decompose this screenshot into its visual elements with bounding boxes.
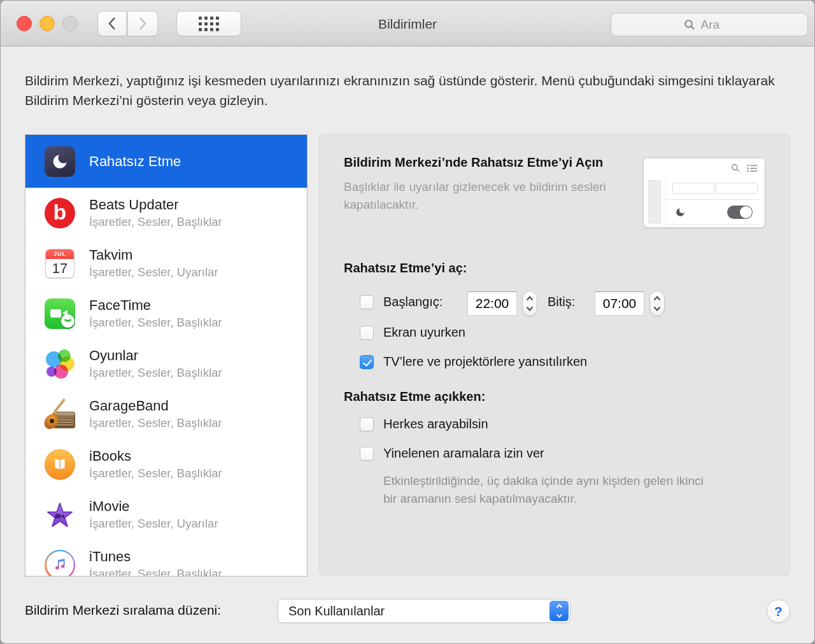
ibooks-icon [45,449,75,480]
game-center-icon [45,349,75,379]
list-icon [747,164,758,172]
list-item-label: Beats Updater [89,196,222,213]
list-item-details: İşaretler, Sesler, Başlıklar [89,365,222,381]
everyone-call-checkbox[interactable] [360,417,374,431]
sort-order-label: Bildirim Merkezi sıralama düzeni: [25,603,221,618]
facetime-icon [45,298,75,329]
preview-main [665,178,760,227]
list-item-beats-updater[interactable]: b Beats Updater İşaretler, Sesler, Başlı… [25,188,307,238]
list-item-details: İşaretler, Sesler, Başlıklar [89,315,222,330]
list-item-details: İşaretler, Sesler, Başlıklar [89,466,222,481]
list-item-label: iTunes [89,548,222,565]
preview-sidebar [648,180,661,223]
start-time-input[interactable] [467,291,517,316]
start-label: Başlangıç: [383,295,443,309]
list-item-oyunlar[interactable]: Oyunlar İşaretler, Sesler, Başlıklar [25,339,307,389]
moon-icon [45,146,75,177]
itunes-icon [45,550,75,577]
list-item-label: Takvim [89,246,218,263]
everyone-call-label: Herkes arayabilsin [383,417,488,431]
repeated-calls-note: Etkinleştirildiğinde, üç dakika içinde a… [383,472,718,508]
list-item-itunes[interactable]: iTunes İşaretler, Sesler, Başlıklar [25,540,307,577]
notification-center-preview [643,158,765,228]
list-item-do-not-disturb[interactable]: Rahatsız Etme [25,135,307,188]
list-item-label: FaceTime [89,297,222,314]
schedule-heading: Rahatsız Etme’yi aç: [344,261,467,276]
garageband-icon [45,399,75,430]
panel-heading: Bildirim Merkezi’nde Rahatsız Etme’yi Aç… [344,155,603,170]
list-item-details: İşaretler, Sesler, Başlıklar [89,214,222,230]
list-item-details: İşaretler, Sesler, Başlıklar [89,416,222,431]
search-input[interactable] [700,17,735,32]
list-item-details: İşaretler, Sesler, Uyarılar [89,516,218,531]
screen-sleep-label: Ekran uyurken [383,325,465,340]
list-item-label: Oyunlar [89,347,222,364]
start-time-stepper[interactable] [522,291,537,316]
dropdown-arrows-icon [549,601,569,621]
chevron-up-icon [526,296,534,301]
list-item-label: iBooks [89,447,222,465]
search-icon [731,164,740,172]
chevron-down-icon [653,306,661,311]
chevron-down-icon [526,306,534,311]
list-item-label: Rahatsız Etme [89,153,181,170]
list-item-label: GarageBand [89,397,222,414]
screen-sleep-checkbox[interactable] [360,326,374,340]
beats-icon: b [45,198,75,228]
preferences-window: Bildirimler Bildirim Merkezi, yaptığınız… [0,0,815,644]
toggle-on [727,206,753,219]
panel-subtext: Başlıklar ile uyarılar gizlenecek ve bil… [344,178,635,214]
sort-order-value: Son Kullanılanlar [278,604,549,619]
intro-text: Bildirim Merkezi, yaptığınız işi kesmede… [25,71,798,110]
list-item-details: İşaretler, Sesler, Uyarılar [89,265,218,280]
tv-mirroring-checkbox[interactable] [360,355,374,369]
end-time-input[interactable] [595,291,644,316]
do-not-disturb-panel: Bildirim Merkezi’nde Rahatsız Etme’yi Aç… [319,134,790,575]
end-time-stepper[interactable] [649,291,665,316]
list-item-garageband[interactable]: GarageBand İşaretler, Sesler, Başlıklar [25,389,307,439]
help-button[interactable]: ? [767,599,790,623]
tv-mirroring-label: TV’lere ve projektörlere yansıtılırken [383,354,587,369]
list-item-ibooks[interactable]: iBooks İşaretler, Sesler, Başlıklar [25,439,307,489]
repeated-calls-checkbox[interactable] [360,447,374,461]
when-on-heading: Rahatsız Etme açıkken: [344,389,485,404]
moon-icon [675,207,686,218]
imovie-icon [45,500,75,530]
sort-order-dropdown[interactable]: Son Kullanılanlar [278,599,570,623]
list-item-takvim[interactable]: JUL 17 Takvim İşaretler, Sesler, Uyarıla… [25,238,307,288]
search-icon [684,19,695,31]
calendar-icon: JUL 17 [45,249,74,278]
list-item-facetime[interactable]: FaceTime İşaretler, Sesler, Başlıklar [25,288,307,339]
app-list: Rahatsız Etme b Beats Updater İşaretler,… [25,134,308,577]
repeated-calls-label: Yinelenen aramalara izin ver [383,446,544,461]
chevron-up-icon [653,296,661,301]
list-item-details: İşaretler, Sesler, Başlıklar [89,566,222,577]
end-label: Bitiş: [548,295,575,309]
list-item-imovie[interactable]: iMovie İşaretler, Sesler, Uyarılar [25,489,307,540]
start-checkbox[interactable] [360,295,374,309]
search-field[interactable] [611,13,808,36]
titlebar: Bildirimler [1,1,814,46]
list-item-label: iMovie [89,498,218,515]
